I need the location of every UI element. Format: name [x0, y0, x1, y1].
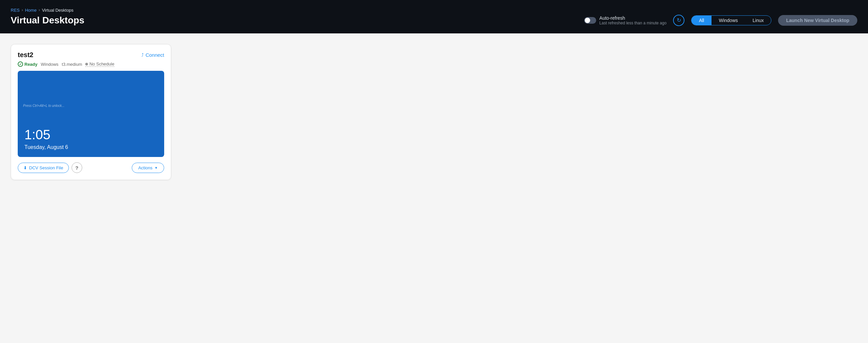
schedule-dot-icon [85, 63, 88, 65]
launch-new-desktop-button[interactable]: Launch New Virtual Desktop [778, 15, 857, 26]
card-meta: ✓ Ready Windows t3.medium No Schedule [18, 62, 164, 67]
dcv-session-file-button[interactable]: ⬇ DCV Session File [18, 163, 69, 173]
breadcrumb-current: Virtual Desktops [42, 8, 73, 13]
filter-windows-button[interactable]: Windows [712, 16, 745, 25]
auto-refresh-text: Auto-refresh Last refreshed less than a … [599, 15, 667, 25]
chevron-icon-2: › [38, 8, 40, 12]
instance-label: t3.medium [62, 62, 82, 67]
filter-all-button[interactable]: All [691, 16, 712, 25]
question-mark-icon: ? [75, 165, 78, 171]
os-label: Windows [41, 62, 59, 67]
caret-down-icon: ▼ [154, 166, 158, 170]
toggle-knob [585, 18, 590, 23]
download-icon: ⬇ [23, 165, 27, 170]
desktop-name: test2 [18, 51, 33, 59]
external-link-icon: ⤴ [142, 53, 144, 58]
connect-link[interactable]: ⤴ Connect [142, 52, 164, 58]
header-bottom: Virtual Desktops Auto-refresh Last refre… [11, 15, 857, 26]
header-controls: Auto-refresh Last refreshed less than a … [584, 15, 857, 26]
auto-refresh-label: Auto-refresh [599, 15, 667, 21]
chevron-icon-1: › [22, 8, 23, 12]
desktop-card: test2 ⤴ Connect ✓ Ready Windows t3.mediu… [11, 44, 171, 180]
auto-refresh-toggle[interactable] [584, 17, 596, 24]
auto-refresh-section: Auto-refresh Last refreshed less than a … [584, 15, 667, 25]
page-title: Virtual Desktops [11, 15, 84, 26]
card-header: test2 ⤴ Connect [18, 51, 164, 59]
schedule-label: No Schedule [89, 62, 114, 66]
refresh-icon: ↻ [677, 17, 681, 23]
actions-label: Actions [138, 165, 152, 170]
breadcrumb-res[interactable]: RES [11, 8, 20, 13]
filter-group: All Windows Linux [691, 15, 771, 25]
screenshot-hint: Press Ctrl+Alt+L to unlock... [23, 104, 65, 107]
main-content: test2 ⤴ Connect ✓ Ready Windows t3.mediu… [0, 33, 868, 343]
actions-button[interactable]: Actions ▼ [132, 163, 164, 173]
status-icon: ✓ [18, 62, 23, 67]
toggle-switch[interactable] [584, 17, 596, 24]
card-actions-left: ⬇ DCV Session File ? [18, 162, 82, 173]
desktop-screenshot: Press Ctrl+Alt+L to unlock... 1:05 Tuesd… [18, 71, 164, 157]
schedule-badge[interactable]: No Schedule [85, 62, 114, 67]
breadcrumb-home[interactable]: Home [25, 8, 37, 13]
dcv-btn-label: DCV Session File [29, 165, 63, 170]
status-label: Ready [24, 62, 37, 67]
help-button[interactable]: ? [71, 162, 82, 173]
connect-label: Connect [146, 52, 164, 58]
filter-linux-button[interactable]: Linux [745, 16, 771, 25]
page-header: RES › Home › Virtual Desktops Virtual De… [0, 0, 868, 33]
refresh-button[interactable]: ↻ [673, 15, 684, 26]
card-actions: ⬇ DCV Session File ? Actions ▼ [18, 162, 164, 173]
status-badge: ✓ Ready [18, 62, 37, 67]
auto-refresh-sub: Last refreshed less than a minute ago [599, 21, 667, 25]
desktop-time: 1:05 [24, 127, 51, 142]
breadcrumb: RES › Home › Virtual Desktops [11, 8, 857, 13]
desktop-date: Tuesday, August 6 [24, 144, 68, 150]
